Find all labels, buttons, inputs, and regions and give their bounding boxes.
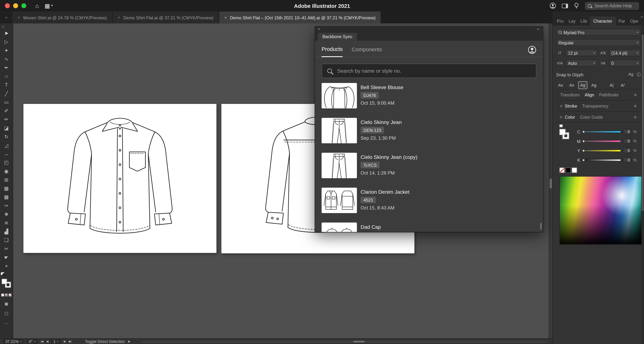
tab-character[interactable]: Character [590,16,616,26]
first-artboard-button[interactable]: |◀ [41,340,43,343]
channel-value-field[interactable]: 0 [623,148,631,153]
channel-slider[interactable] [583,149,621,152]
artboard-1-shirt-front[interactable] [24,104,216,253]
product-list-item[interactable]: Dad Cap [322,222,536,232]
tab-transform[interactable]: Transform [560,92,580,97]
panel-menu-icon[interactable]: ≡ [634,114,636,120]
font-style-select[interactable]: Regular ▾ [556,39,641,46]
tool-rotate[interactable]: ↻ [0,132,13,141]
tool-scale[interactable]: ◿ [0,141,13,150]
next-artboard-button[interactable]: ▶ [64,340,66,343]
tool-direct-selection[interactable]: ▷ [0,38,13,46]
default-colors-icon[interactable] [560,124,563,127]
doc-tab-demo-shirt-flat-dated[interactable]: × Demo Shirt Flat – (Oct 15th 2021 10–41… [219,12,381,23]
channel-slider[interactable] [583,130,621,133]
tabbar-overflow-icon[interactable]: » [0,12,12,23]
rotation-select[interactable]: 0° ▾ [27,339,38,344]
tab-products[interactable]: Products [322,46,343,57]
plugin-title-bar[interactable]: × « [315,27,543,33]
fill-color-swatch[interactable] [560,129,566,135]
dock-scrollbar[interactable] [642,26,644,344]
panel-menu-icon[interactable]: ≡ [634,92,636,97]
font-family-select[interactable]: Myriad Pro ▾ [556,29,641,36]
tab-pathfinder[interactable]: Pathfinder [599,92,619,97]
tab-align[interactable]: Align [585,92,594,97]
tool-eyedropper[interactable]: ✑ [0,202,13,210]
tool-lasso[interactable]: ∿ [0,55,13,64]
product-list-item[interactable]: Clarion Denim Jacket 4521 Oct 15, 8:43 A… [322,188,536,213]
tool-slice[interactable]: ✂ [0,245,13,253]
snap-cursor-icon[interactable]: Ag [628,72,634,78]
tool-pen[interactable]: ✒ [0,64,13,72]
tool-paintbrush[interactable]: ✐ [0,107,13,116]
tool-free-transform[interactable]: ◰ [0,158,13,167]
color-button[interactable] [1,294,4,296]
none-swatch[interactable] [560,168,565,173]
canvas[interactable]: × « Backbone Sync Products Components [13,23,552,338]
zoom-level-select[interactable]: 37.21% ▾ [3,339,24,344]
tab-color[interactable]: Color [565,114,575,120]
tab-properties[interactable]: Pro [554,16,566,26]
gradient-button[interactable] [5,294,8,296]
tool-magic-wand[interactable]: ✦ [0,46,13,55]
toolbar-overflow-icon[interactable]: » [0,23,6,29]
channel-value-field[interactable]: 0 [623,129,631,134]
leading-select[interactable]: (14.4 pt) ▾ [609,49,641,56]
doc-tab-demo-shirt-flat[interactable]: × Demo Shirt Flat.ai @ 37.21 % (CMYK/Pre… [112,12,219,23]
tab-libraries[interactable]: Libi [578,16,590,26]
plugin-tab[interactable]: Backbone Sync [318,33,357,41]
tool-perspective-grid[interactable]: ⊞ [0,176,13,184]
status-expand-icon[interactable]: ▶ [128,340,130,343]
panel-menu-icon[interactable]: ≡ [634,104,636,108]
snap-xheight-button[interactable]: Ax [567,81,576,89]
black-swatch[interactable] [566,168,571,173]
info-icon[interactable]: ⓘ [636,72,640,78]
workspace-switcher-icon[interactable]: ▦ ▾ [44,3,53,8]
dock-overflow-icon[interactable]: » [641,14,644,26]
prev-artboard-button[interactable]: ◀ [46,340,48,343]
window-zoom-button[interactable] [21,3,26,8]
tab-transparency[interactable]: Transparency [582,104,608,108]
kerning-select[interactable]: Auto ▾ [566,60,597,66]
tool-column-graph[interactable]: ▟ [0,228,13,236]
default-colors-icon[interactable] [0,272,4,275]
channel-value-field[interactable]: 0 [623,138,631,144]
color-spectrum[interactable] [560,176,642,245]
tool-selection[interactable]: ➤ [0,29,13,38]
tool-blend[interactable]: ❖ [0,210,13,219]
help-search-input[interactable] [594,3,636,8]
canvas-vertical-scrollbar[interactable] [549,23,552,338]
lightbulb-icon[interactable] [574,2,579,9]
close-icon[interactable]: × [318,27,320,31]
close-icon[interactable]: × [18,15,20,19]
scrollbar-thumb[interactable] [550,178,552,188]
close-icon[interactable]: × [118,15,120,19]
tool-mesh[interactable]: ▦ [0,184,13,193]
canvas-horizontal-scrollbar[interactable] [141,340,549,343]
snap-proximity-button[interactable]: Ag [590,81,598,89]
tool-line-segment[interactable]: ╱ [0,90,13,98]
account-icon[interactable] [528,46,536,54]
tool-rectangle[interactable]: ▭ [0,98,13,107]
scrollbar-thumb[interactable] [353,340,364,342]
tab-opentype[interactable]: Ope [628,16,641,26]
window-minimize-button[interactable] [13,3,18,8]
product-search[interactable] [322,64,536,78]
tab-stroke[interactable]: Stroke [565,104,577,108]
snap-baseline-button[interactable]: Ax [556,81,565,89]
tool-eraser[interactable]: ◪ [0,124,13,132]
scrollbar-thumb[interactable] [642,34,644,211]
product-list-item[interactable]: Cielo Skinny Jean DEN-123 Sep 23, 1:30 P… [322,118,536,143]
screen-mode-icon[interactable]: ▢ [4,311,8,315]
edit-toolbar-icon[interactable]: … [4,321,8,325]
product-list-item[interactable]: Cielo Skinny Jean (copy) TcXCS Oct 14, 1… [322,153,536,178]
slider-knob[interactable] [582,130,585,133]
sidebar-toggle-icon[interactable] [562,4,568,8]
slider-knob[interactable] [582,158,585,162]
window-close-button[interactable] [5,3,10,8]
channel-value-field[interactable]: 0 [623,157,631,162]
plugin-scrollbar-thumb[interactable] [540,223,542,230]
close-icon[interactable]: × [224,15,227,19]
tool-symbol-sprayer[interactable]: ≋ [0,219,13,228]
tab-paragraph[interactable]: Par [616,16,628,26]
